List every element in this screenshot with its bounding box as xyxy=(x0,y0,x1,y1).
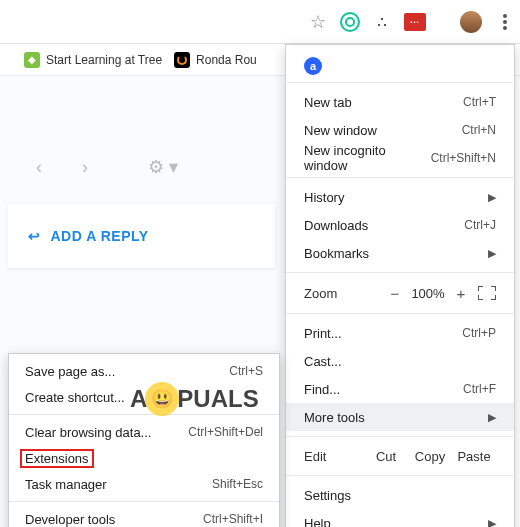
submenu-label: Developer tools xyxy=(25,512,203,527)
submenu-separator xyxy=(9,501,279,502)
browser-toolbar: ☆ ⛬ ••• xyxy=(0,0,520,44)
amazon-assistant-icon[interactable]: a xyxy=(304,57,322,75)
menu-new-window[interactable]: New window Ctrl+N xyxy=(286,116,514,144)
menu-history[interactable]: History ▶ xyxy=(286,183,514,211)
menu-label: Settings xyxy=(304,488,496,503)
submenu-arrow-icon: ▶ xyxy=(488,411,496,424)
menu-label: Cast... xyxy=(304,354,496,369)
add-reply-button[interactable]: ↩ ADD A REPLY xyxy=(8,204,275,268)
menu-new-tab[interactable]: New tab Ctrl+T xyxy=(286,88,514,116)
submenu-task-manager[interactable]: Task manager Shift+Esc xyxy=(9,471,279,497)
menu-label: New tab xyxy=(304,95,463,110)
menu-cast[interactable]: Cast... xyxy=(286,347,514,375)
menu-help[interactable]: Help ▶ xyxy=(286,509,514,527)
zoom-in-button[interactable]: + xyxy=(450,285,472,302)
menu-shortcut: Ctrl+F xyxy=(463,382,496,396)
menu-print[interactable]: Print... Ctrl+P xyxy=(286,319,514,347)
submenu-save-page[interactable]: Save page as... Ctrl+S xyxy=(9,358,279,384)
menu-separator xyxy=(286,272,514,273)
submenu-arrow-icon: ▶ xyxy=(488,517,496,528)
submenu-arrow-icon: ▶ xyxy=(488,247,496,260)
submenu-shortcut: Ctrl+Shift+Del xyxy=(188,425,263,439)
submenu-label: Clear browsing data... xyxy=(25,425,188,440)
menu-label: History xyxy=(304,190,480,205)
submenu-shortcut: Shift+Esc xyxy=(212,477,263,491)
lastpass-extension-icon[interactable]: ••• xyxy=(404,13,426,31)
zoom-label: Zoom xyxy=(304,286,384,301)
treehouse-icon: ◆ xyxy=(24,52,40,68)
ronda-icon xyxy=(174,52,190,68)
paste-button[interactable]: Paste xyxy=(452,449,496,464)
submenu-label: Extensions xyxy=(25,451,263,466)
fullscreen-icon[interactable] xyxy=(478,286,496,300)
submenu-dev-tools[interactable]: Developer tools Ctrl+Shift+I xyxy=(9,506,279,527)
chevron-right-icon[interactable]: › xyxy=(82,157,88,178)
menu-label: New incognito window xyxy=(304,143,431,173)
bookmark-item-2[interactable]: Ronda Rou xyxy=(174,52,257,68)
menu-zoom: Zoom − 100% + xyxy=(286,278,514,308)
menu-new-incognito[interactable]: New incognito window Ctrl+Shift+N xyxy=(286,144,514,172)
bookmark-star-icon[interactable]: ☆ xyxy=(310,11,326,33)
submenu-separator xyxy=(9,414,279,415)
menu-label: Print... xyxy=(304,326,462,341)
zoom-value: 100% xyxy=(406,286,450,301)
zoom-out-button[interactable]: − xyxy=(384,285,406,302)
edit-label: Edit xyxy=(304,449,364,464)
menu-kebab-icon[interactable] xyxy=(496,10,514,34)
menu-label: Downloads xyxy=(304,218,464,233)
submenu-label: Save page as... xyxy=(25,364,229,379)
bookmark-label: Ronda Rou xyxy=(196,53,257,67)
submenu-create-shortcut[interactable]: Create shortcut... xyxy=(9,384,279,410)
menu-separator xyxy=(286,436,514,437)
extension-icon[interactable]: ⛬ xyxy=(374,13,390,31)
submenu-label: Create shortcut... xyxy=(25,390,263,405)
extensions-highlight: Extensions xyxy=(20,449,94,468)
menu-label: More tools xyxy=(304,410,480,425)
menu-shortcut: Ctrl+Shift+N xyxy=(431,151,496,165)
cut-button[interactable]: Cut xyxy=(364,449,408,464)
more-tools-submenu: Save page as... Ctrl+S Create shortcut..… xyxy=(8,353,280,527)
grammarly-extension-icon[interactable] xyxy=(340,12,360,32)
chevron-left-icon[interactable]: ‹ xyxy=(36,157,42,178)
bookmark-label: Start Learning at Tree xyxy=(46,53,162,67)
menu-shortcut: Ctrl+J xyxy=(464,218,496,232)
menu-extension-row: a xyxy=(286,51,514,77)
page-nav: ‹ › ⚙ ▾ xyxy=(0,76,285,198)
menu-separator xyxy=(286,82,514,83)
gear-icon[interactable]: ⚙ ▾ xyxy=(148,156,178,178)
menu-label: Help xyxy=(304,516,480,528)
profile-avatar[interactable] xyxy=(460,11,482,33)
menu-shortcut: Ctrl+P xyxy=(462,326,496,340)
menu-shortcut: Ctrl+T xyxy=(463,95,496,109)
menu-shortcut: Ctrl+N xyxy=(462,123,496,137)
add-reply-label: ADD A REPLY xyxy=(51,228,149,244)
submenu-label: Task manager xyxy=(25,477,212,492)
menu-separator xyxy=(286,177,514,178)
submenu-shortcut: Ctrl+Shift+I xyxy=(203,512,263,526)
menu-separator xyxy=(286,475,514,476)
menu-edit-row: Edit Cut Copy Paste xyxy=(286,442,514,470)
copy-button[interactable]: Copy xyxy=(408,449,452,464)
bookmark-item-1[interactable]: ◆ Start Learning at Tree xyxy=(24,52,162,68)
menu-label: New window xyxy=(304,123,462,138)
menu-downloads[interactable]: Downloads Ctrl+J xyxy=(286,211,514,239)
submenu-shortcut: Ctrl+S xyxy=(229,364,263,378)
menu-label: Bookmarks xyxy=(304,246,480,261)
menu-more-tools[interactable]: More tools ▶ xyxy=(286,403,514,431)
menu-find[interactable]: Find... Ctrl+F xyxy=(286,375,514,403)
menu-separator xyxy=(286,313,514,314)
submenu-clear-data[interactable]: Clear browsing data... Ctrl+Shift+Del xyxy=(9,419,279,445)
menu-settings[interactable]: Settings xyxy=(286,481,514,509)
chrome-main-menu: a New tab Ctrl+T New window Ctrl+N New i… xyxy=(285,44,515,527)
submenu-extensions[interactable]: Extensions xyxy=(9,445,279,471)
menu-bookmarks[interactable]: Bookmarks ▶ xyxy=(286,239,514,267)
reply-arrow-icon: ↩ xyxy=(28,228,41,244)
submenu-arrow-icon: ▶ xyxy=(488,191,496,204)
menu-label: Find... xyxy=(304,382,463,397)
